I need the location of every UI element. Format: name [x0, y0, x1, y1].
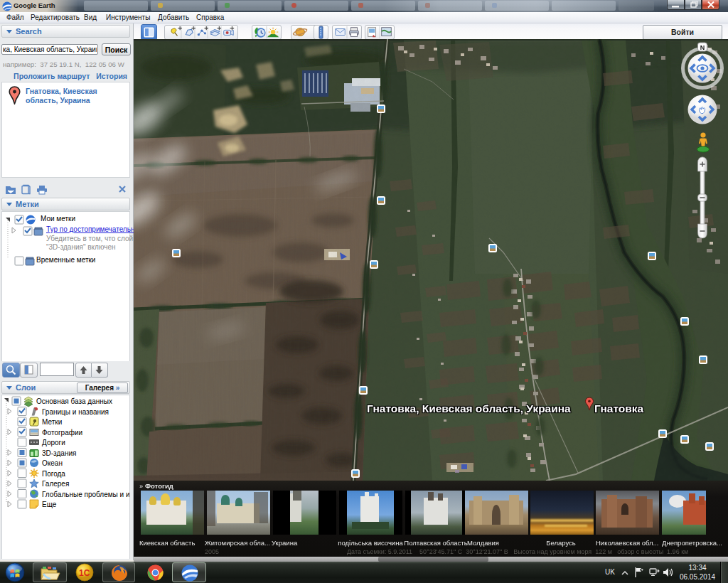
svg-text:Дороги: Дороги: [42, 439, 65, 446]
svg-text:Метки: Метки: [42, 418, 62, 426]
svg-text:Глобальные проблемы и и...: Глобальные проблемы и и...: [42, 491, 129, 498]
svg-text:Океан: Океан: [42, 459, 63, 467]
svg-text:Фотографии: Фотографии: [42, 429, 82, 437]
svg-text:Границы и названия: Границы и названия: [42, 408, 109, 416]
svg-text:Еще: Еще: [42, 501, 57, 508]
svg-text:N: N: [700, 44, 705, 51]
svg-text:Основная база данных: Основная база данных: [36, 397, 112, 405]
svg-text:Погода: Погода: [42, 470, 65, 478]
svg-text:1С: 1С: [79, 568, 90, 578]
svg-text:3D-здания: 3D-здания: [42, 449, 76, 457]
svg-text:Галерея: Галерея: [42, 480, 69, 488]
